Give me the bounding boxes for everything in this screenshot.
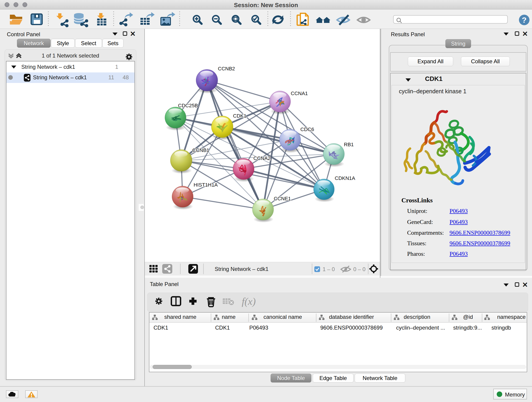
svg-text:CDKN1A: CDKN1A	[335, 175, 355, 181]
svg-text:HIST1H1A: HIST1H1A	[194, 182, 218, 188]
svg-text:1 – 0: 1 – 0	[323, 266, 335, 272]
svg-text:?: ?	[522, 16, 527, 24]
svg-text:CCNA2: CCNA2	[253, 155, 271, 161]
svg-text:CCNB2: CCNB2	[218, 66, 235, 71]
svg-text:String Network – cdk1: String Network – cdk1	[215, 266, 268, 272]
svg-text:f(x): f(x)	[242, 296, 256, 307]
svg-text:CDK1: CDK1	[233, 113, 247, 119]
svg-text:CCNB1: CCNB1	[192, 147, 209, 153]
svg-text:CDC6: CDC6	[300, 127, 314, 132]
svg-text:CCNE1: CCNE1	[274, 196, 291, 201]
svg-text:CDC25B: CDC25B	[178, 103, 198, 108]
svg-text:0 – 0: 0 – 0	[353, 266, 365, 272]
svg-text:CCNA1: CCNA1	[291, 90, 308, 96]
svg-text:RB1: RB1	[344, 142, 354, 147]
